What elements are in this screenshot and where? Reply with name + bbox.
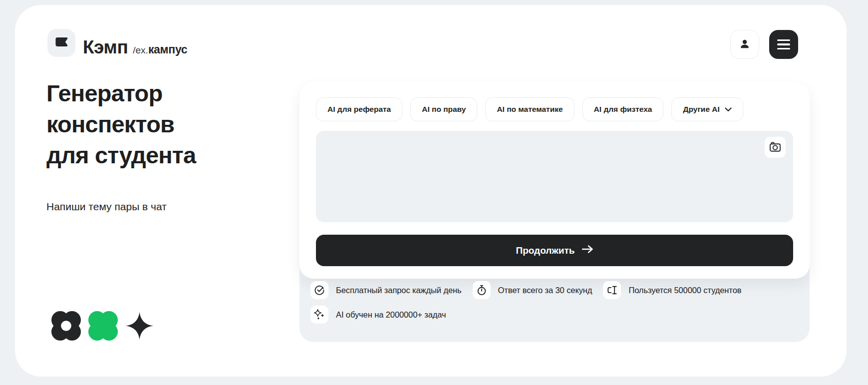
composer-card: AI для реферата AI по праву AI по матема… <box>299 82 810 279</box>
feature-students-count: Пользуется 500000 студентов <box>603 281 741 299</box>
clover-with-hole-shape <box>51 311 81 343</box>
topic-input-wrap <box>316 131 793 222</box>
chip-ai-fizteh[interactable]: AI для физтеха <box>582 97 664 121</box>
profile-button[interactable] <box>730 30 759 59</box>
topic-input[interactable] <box>316 131 793 222</box>
attach-photo-button[interactable] <box>764 136 786 158</box>
brand-ex-name: кампус <box>148 43 187 56</box>
decorative-shapes <box>51 311 154 343</box>
four-point-star-shape <box>125 311 154 343</box>
feature-fast-answer: Ответ всего за 30 секунд <box>473 281 592 299</box>
stopwatch-icon <box>473 281 491 299</box>
sparkles-icon <box>310 306 328 324</box>
feature-free-request: Бесплатный запрос каждый день <box>310 281 462 299</box>
check-circle-icon <box>310 281 328 299</box>
menu-icon <box>777 39 790 41</box>
page-title: Генератор конспектов для студента <box>46 78 196 171</box>
brand[interactable]: Кэмп /ex. кампус <box>83 34 187 59</box>
chip-ai-referat[interactable]: AI для реферата <box>316 97 402 121</box>
main-card: Кэмп /ex. кампус Генератор конспектов дл… <box>15 5 847 377</box>
camera-icon <box>769 141 781 154</box>
ai-chips-row: AI для реферата AI по праву AI по матема… <box>316 97 793 121</box>
brand-name: Кэмп <box>83 35 128 60</box>
feature-trained-tasks: AI обучен на 2000000+ задач <box>310 306 446 324</box>
arrow-right-icon <box>581 245 593 256</box>
logo[interactable] <box>47 29 75 57</box>
composer-panel: AI для реферата AI по праву AI по матема… <box>299 82 810 342</box>
clover-shape <box>88 311 118 343</box>
logo-mark-icon <box>53 35 69 51</box>
features: Бесплатный запрос каждый день Ответ всег… <box>310 281 800 324</box>
continue-button[interactable]: Продолжить <box>316 235 793 266</box>
chevron-down-icon <box>725 105 732 114</box>
chip-ai-pravo[interactable]: AI по праву <box>410 97 477 121</box>
chip-other-ai-dropdown[interactable]: Другие AI <box>671 97 743 121</box>
brand-ex-prefix: /ex. <box>133 45 148 56</box>
menu-button[interactable] <box>769 30 798 59</box>
text-cursor-icon <box>603 281 621 299</box>
chip-ai-matematika[interactable]: AI по математике <box>485 97 574 121</box>
page-subtitle: Напиши тему пары в чат <box>46 201 167 213</box>
person-icon <box>739 38 751 51</box>
